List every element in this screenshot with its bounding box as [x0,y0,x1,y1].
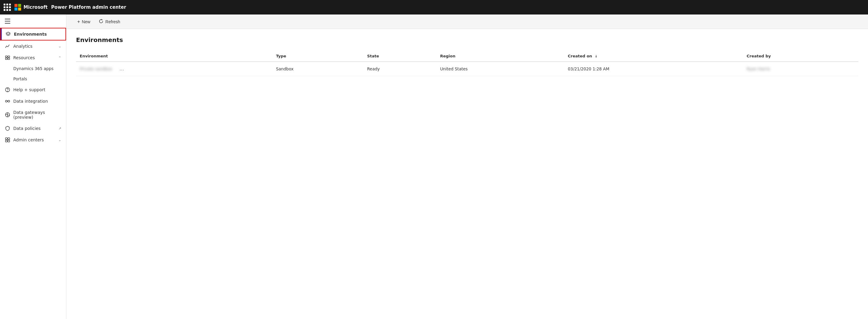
cell-type: Sandbox [273,62,364,76]
cell-state: Ready [364,62,437,76]
data-integration-icon [5,98,10,104]
waffle-menu[interactable] [4,4,11,11]
microsoft-logo: Microsoft [14,4,48,10]
svg-rect-12 [8,138,10,140]
svg-rect-14 [8,140,10,142]
help-icon [5,87,10,92]
table-row: Private sandbox … Sandbox Ready United S… [76,62,858,76]
refresh-icon [99,19,103,25]
page-title: Environments [76,36,858,44]
table-header: Environment Type State Region Created on… [76,51,858,62]
svg-rect-2 [8,56,10,57]
col-header-state: State [364,51,437,62]
col-header-type: Type [273,51,364,62]
col-header-environment: Environment [76,51,273,62]
sidebar-item-portals[interactable]: Portals [0,74,66,84]
sidebar-item-datagateways[interactable]: Data gateways (preview) [0,107,66,123]
toolbar: + New Refresh [66,14,868,29]
sidebar-toggle[interactable] [0,14,66,28]
resources-icon [5,55,10,60]
refresh-button-label: Refresh [105,19,120,24]
admincenters-chevron-down-icon: ⌄ [59,138,61,142]
sidebar-resources-label: Resources [13,55,56,60]
refresh-button[interactable]: Refresh [95,17,124,27]
layers-icon [5,31,11,37]
admin-centers-icon [5,137,10,143]
sidebar-item-analytics[interactable]: Analytics ⌄ [0,40,66,52]
sidebar: Environments Analytics ⌄ Resour [0,14,66,319]
sidebar-item-datapolicies[interactable]: Data policies ↗ [0,123,66,134]
sidebar-item-environments[interactable]: Environments [0,28,66,40]
cell-region: United States [437,62,564,76]
main-content: + New Refresh Environments Environm [66,14,868,319]
col-header-createdon: Created on ↓ [564,51,743,62]
helpsupport-label: Help + support [13,87,61,92]
plus-icon: + [77,19,80,25]
sidebar-item-dataintegration[interactable]: Data integration [0,95,66,107]
sidebar-item-admincenters[interactable]: Admin centers ⌄ [0,134,66,146]
svg-point-7 [5,100,7,102]
analytics-icon [5,44,10,49]
sidebar-item-dynamics365apps[interactable]: Dynamics 365 apps [0,63,66,74]
sort-icon: ↓ [595,54,597,58]
dynamics365apps-label: Dynamics 365 apps [13,66,53,71]
datapolicies-label: Data policies [13,126,54,131]
created-by-name: Ryan Harris [747,66,770,71]
sidebar-item-helpsupport[interactable]: Help + support [0,84,66,95]
svg-rect-1 [5,56,7,57]
resources-chevron-up-icon: ⌃ [59,56,61,60]
datagateways-label: Data gateways (preview) [13,110,61,120]
table-body: Private sandbox … Sandbox Ready United S… [76,62,858,76]
cell-createdby: Ryan Harris [743,62,858,76]
app-name: Power Platform admin center [51,4,126,10]
sidebar-item-resources[interactable]: Resources ⌃ [0,52,66,63]
portals-label: Portals [13,77,27,81]
svg-rect-11 [5,138,7,140]
dataintegration-label: Data integration [13,99,61,104]
top-nav: Microsoft Power Platform admin center [0,0,868,14]
svg-rect-4 [8,58,10,59]
new-button[interactable]: + New [73,17,94,26]
svg-point-8 [8,100,10,102]
col-header-createdby: Created by [743,51,858,62]
environment-name: Private sandbox [80,66,112,71]
svg-marker-0 [6,32,10,34]
data-policies-icon [5,126,10,131]
data-gateways-icon [5,112,10,117]
cell-createdon: 03/21/2020 1:28 AM [564,62,743,76]
col-header-region: Region [437,51,564,62]
svg-rect-13 [5,140,7,142]
external-link-icon: ↗ [59,126,61,130]
analytics-chevron-down-icon: ⌄ [59,45,61,48]
admincenters-label: Admin centers [13,138,56,142]
environments-table: Environment Type State Region Created on… [76,51,858,76]
cell-environment: Private sandbox … [76,62,273,76]
microsoft-wordmark: Microsoft [24,4,48,10]
content-area: Environments Environment Type State Regi… [66,29,868,319]
svg-rect-3 [5,58,7,59]
svg-point-6 [7,91,8,91]
sidebar-analytics-label: Analytics [13,44,56,49]
new-button-label: New [82,19,90,24]
row-context-menu-button[interactable]: … [117,65,126,72]
sidebar-environments-label: Environments [14,32,61,36]
